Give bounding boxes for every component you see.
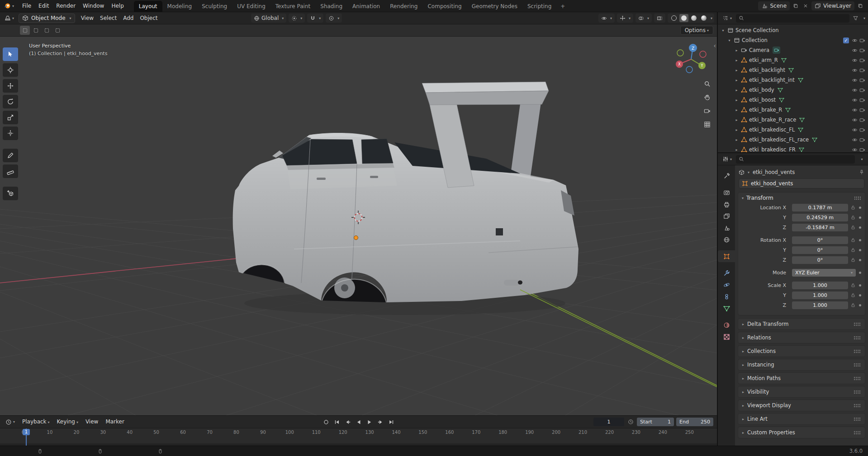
expand-icon[interactable]: ▸ — [734, 128, 739, 132]
hide-in-viewport-toggle[interactable] — [852, 87, 858, 93]
panel-relations[interactable]: ▸Relations — [738, 332, 865, 343]
outliner-scene-collection[interactable]: ▾Scene Collection — [718, 25, 868, 35]
snap-toggle[interactable]: ▾ — [307, 14, 323, 23]
properties-search-input[interactable] — [736, 155, 855, 164]
panel-visibility[interactable]: ▸Visibility — [738, 386, 865, 398]
disable-in-renders-toggle[interactable] — [859, 38, 865, 43]
options-dropdown[interactable]: Options▾ — [680, 26, 713, 35]
rotation-mode-dropdown[interactable]: XYZ Euler▾ — [792, 269, 856, 277]
shading-material-button[interactable] — [689, 14, 698, 22]
hide-in-viewport-toggle[interactable] — [852, 127, 858, 133]
disable-in-renders-toggle[interactable] — [859, 127, 865, 133]
workspace-tab-scripting[interactable]: Scripting — [522, 1, 556, 12]
properties-tab-render[interactable] — [718, 187, 735, 198]
tool-select-box[interactable] — [3, 47, 18, 61]
lock-icon[interactable] — [850, 257, 856, 263]
outliner-item-etki-brake-r-race[interactable]: ▸etki_brake_R_race — [718, 115, 868, 125]
new-scene-button[interactable] — [792, 2, 800, 10]
select-mode-extend-button[interactable] — [31, 26, 41, 35]
pivot-point-dropdown[interactable]: ▾ — [289, 14, 305, 23]
tool-transform[interactable] — [3, 127, 18, 140]
hide-in-viewport-toggle[interactable] — [852, 77, 858, 83]
panel-grip[interactable] — [854, 376, 861, 381]
select-mode-new-button[interactable] — [20, 26, 30, 35]
outliner-item-etki-arm-r[interactable]: ▸etki_arm_R — [718, 55, 868, 65]
workspace-tab-geometry-nodes[interactable]: Geometry Nodes — [467, 1, 522, 12]
disable-in-renders-toggle[interactable] — [859, 147, 865, 153]
timeline-editor-type-button[interactable]: ▾ — [4, 419, 17, 425]
toggle-xray-button[interactable] — [654, 14, 665, 23]
sidebar-collapse-arrow[interactable]: ‹ — [713, 42, 716, 49]
timeline-scrollbar[interactable] — [0, 443, 717, 446]
shading-solid-button[interactable] — [679, 14, 688, 22]
outliner-item-etki-boost[interactable]: ▸etki_boost — [718, 95, 868, 105]
viewport-zoom-button[interactable] — [702, 78, 712, 89]
transform-panel-header[interactable]: ▾ Transform — [738, 193, 865, 203]
timeline-menu-marker[interactable]: Marker — [102, 416, 128, 428]
outliner-collection[interactable]: ▾Collection✓ — [718, 35, 868, 45]
expand-icon[interactable]: ▸ — [734, 68, 739, 72]
panel-instancing[interactable]: ▸Instancing — [738, 359, 865, 371]
properties-tab-world[interactable] — [718, 234, 735, 245]
expand-icon[interactable]: ▸ — [734, 98, 739, 102]
select-mode-invert-button[interactable] — [52, 26, 62, 35]
outliner-filter-button[interactable] — [852, 14, 860, 22]
properties-tab-physics[interactable] — [718, 279, 735, 291]
viewport-menu-select[interactable]: Select — [97, 12, 120, 24]
expand-icon[interactable]: ▸ — [734, 78, 739, 82]
disable-in-renders-toggle[interactable] — [859, 107, 865, 113]
start-frame-field[interactable]: Start1 — [637, 418, 674, 426]
panel-grip[interactable] — [854, 196, 861, 200]
panel-grip[interactable] — [854, 390, 861, 394]
lock-icon[interactable] — [850, 215, 856, 220]
expand-icon[interactable]: ▸ — [734, 58, 739, 62]
panel-line-art[interactable]: ▸Line Art — [738, 413, 865, 425]
timeline-menu-keying[interactable]: Keying▾ — [53, 416, 82, 428]
overlays-dropdown[interactable]: ▾ — [636, 14, 652, 23]
disable-in-renders-toggle[interactable] — [859, 117, 865, 123]
lock-icon[interactable] — [850, 292, 856, 298]
animate-dot[interactable] — [859, 207, 861, 209]
workspace-tab-animation[interactable]: Animation — [347, 1, 385, 12]
shading-wireframe-button[interactable] — [669, 14, 678, 22]
viewport-canvas[interactable]: X Y Z User Perspective (1) Collection | … — [0, 37, 717, 415]
panel-grip[interactable] — [854, 431, 861, 435]
gizmo-minus-z-handle[interactable] — [686, 66, 693, 73]
panel-delta-transform[interactable]: ▸Delta Transform — [738, 318, 865, 330]
hide-in-viewport-toggle[interactable] — [852, 57, 858, 63]
jump-to-start-button[interactable] — [332, 418, 342, 427]
active-camera-badge[interactable] — [773, 47, 780, 54]
current-frame-field[interactable]: 1 — [593, 418, 624, 426]
panel-grip[interactable] — [854, 363, 861, 367]
tool-cursor[interactable] — [3, 63, 18, 77]
outliner-editor-type-button[interactable]: ▾ — [721, 15, 734, 21]
disable-in-renders-toggle[interactable] — [859, 47, 865, 53]
lock-icon[interactable] — [850, 282, 856, 288]
viewport-perspective-toggle-button[interactable] — [702, 119, 712, 130]
animate-dot[interactable] — [859, 226, 861, 229]
panel-grip[interactable] — [854, 404, 861, 408]
viewport-menu-view[interactable]: View — [78, 12, 97, 24]
lock-icon[interactable] — [850, 225, 856, 230]
timeline-menu-playback[interactable]: Playback▾ — [19, 416, 53, 428]
menu-render[interactable]: Render — [52, 0, 79, 12]
gizmo-minus-y-handle[interactable] — [677, 50, 683, 56]
gizmos-dropdown[interactable]: ▾ — [617, 14, 633, 23]
hide-in-viewport-toggle[interactable] — [852, 137, 858, 143]
outliner-item-etki-backlight[interactable]: ▸etki_backlight — [718, 65, 868, 75]
workspace-tab-rendering[interactable]: Rendering — [385, 1, 422, 12]
menu-window[interactable]: Window — [79, 0, 108, 12]
animate-dot[interactable] — [859, 249, 861, 251]
hide-in-viewport-toggle[interactable] — [852, 47, 858, 53]
expand-icon[interactable]: ▸ — [734, 118, 739, 122]
expand-icon[interactable]: ▸ — [734, 108, 739, 112]
animate-dot[interactable] — [859, 284, 861, 287]
proportional-editing-toggle[interactable]: ▾ — [326, 14, 342, 23]
pin-icon[interactable] — [859, 169, 864, 175]
transform-field-location-x-0[interactable]: 0.1787 m — [792, 204, 848, 212]
animate-dot[interactable] — [859, 216, 861, 219]
unlink-scene-button[interactable] — [802, 2, 810, 10]
transform-field-y-1[interactable]: 0.24529 m — [792, 214, 848, 221]
gizmo-minus-x-handle[interactable] — [700, 51, 706, 57]
use-preview-range-toggle[interactable] — [626, 418, 635, 426]
